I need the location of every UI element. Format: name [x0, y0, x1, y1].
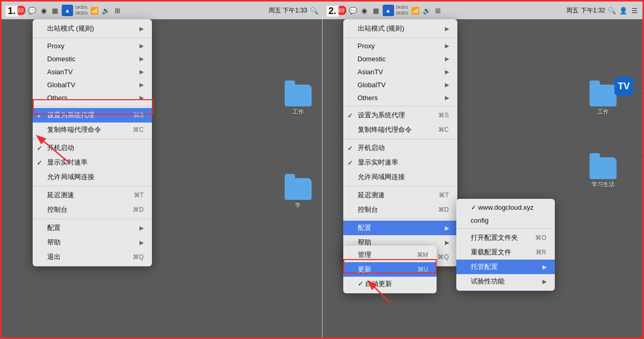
menu-domestic-right[interactable]: Domestic ▶: [343, 52, 457, 65]
shortcut-open-folder: ⌘O: [535, 234, 546, 241]
wechat-icon-right: 💬: [348, 6, 358, 15]
menu-allow-lan-right[interactable]: 允许局域网连接: [343, 170, 457, 184]
label-2: 2.: [327, 6, 339, 17]
folder-shape: [285, 85, 312, 106]
wechat-icon: 💬: [27, 6, 37, 15]
folder-work-left: 工作: [285, 85, 312, 116]
menu-outbound-left[interactable]: 出站模式 (规则) ▶: [33, 21, 152, 36]
shortcut-quit: ⌘Q: [133, 253, 144, 261]
menu-proxy-left[interactable]: Proxy ▶: [33, 39, 152, 52]
menu-proxy-right[interactable]: Proxy ▶: [343, 39, 457, 52]
grid-icon-right: ▦: [371, 6, 381, 15]
menu-set-proxy-left[interactable]: ✓ 设置为系统代理 ⌘S: [33, 108, 152, 123]
menu-outbound-right[interactable]: 出站模式 (规则) ▶: [343, 21, 457, 36]
separator: [33, 186, 152, 186]
check-mark: ✓: [37, 144, 43, 152]
folder-study-right: 学习生活: [590, 157, 617, 188]
folder-label-study-r: 学习生活: [592, 181, 614, 188]
arrow-icon: ▶: [445, 225, 449, 232]
menu-boot-left[interactable]: ✓ 开机启动: [33, 141, 152, 155]
arrow-icon: ▶: [542, 264, 547, 270]
grid2-icon-left: ⊞: [113, 6, 122, 15]
separator: [456, 228, 555, 229]
left-screenshot: 1. 🔔 69 💬 ◉ ▦ ▲ 0KB/s 0KB/s 📶 🔊 ⊞ 周五 下午1…: [2, 2, 323, 337]
shortcut-copy-r: ⌘C: [438, 126, 449, 133]
arrow-icon: ▶: [445, 94, 449, 101]
check-mark: ✓: [347, 144, 353, 152]
menu-others-left[interactable]: Others ▶: [33, 91, 152, 104]
arrow-icon: ▶: [139, 239, 144, 246]
menu-realtime-right[interactable]: ✓ 显示实时速率: [343, 155, 457, 170]
creative-icon: ◉: [39, 6, 48, 15]
search-icon-left[interactable]: 🔍: [310, 6, 319, 15]
arrow-icon: ▶: [139, 82, 144, 88]
menu-asiantv-right[interactable]: AsianTV ▶: [343, 65, 457, 78]
submenu-manage-item[interactable]: 管理 ⌘M: [343, 248, 437, 262]
submenu-open-folder[interactable]: 打开配置文件夹 ⌘O: [456, 230, 555, 245]
dropdown-menu-right: 出站模式 (规则) ▶ Proxy ▶ Domestic ▶ AsianTV ▶…: [343, 19, 457, 266]
grid-icon: ▦: [50, 6, 60, 15]
submenu-config: ✓ www.dogcloud.xyz config 打开配置文件夹 ⌘O 重载配…: [456, 199, 555, 291]
app-icon-left[interactable]: ▲: [62, 5, 73, 16]
arrow-icon: ▶: [139, 225, 144, 232]
shortcut-console: ⌘D: [133, 206, 144, 213]
menu-allow-lan-left[interactable]: 允许局域网连接: [33, 170, 152, 184]
label-1: 1.: [6, 6, 18, 17]
folder-study-left: 学: [285, 178, 312, 209]
folder-shape: [285, 178, 312, 200]
separator: [343, 139, 457, 139]
menu-delay-right[interactable]: 延迟测速 ⌘T: [343, 188, 457, 202]
menu-realtime-left[interactable]: ✓ 显示实时速率: [33, 155, 152, 170]
menu-domestic-left[interactable]: Domestic ▶: [33, 52, 152, 65]
app-icon-right[interactable]: ▲: [383, 5, 394, 16]
submenu-experimental[interactable]: 试验性功能 ▶: [456, 274, 555, 289]
menu-config-left[interactable]: 配置 ▶: [33, 221, 152, 235]
shortcut-console-r: ⌘D: [438, 206, 449, 213]
folder-shape: [590, 157, 617, 179]
menu-set-proxy-right[interactable]: ✓ 设置为系统代理 ⌘S: [343, 108, 457, 123]
arrow-icon: ▶: [445, 56, 449, 62]
shortcut-manage: ⌘M: [417, 251, 428, 259]
menubar-left: 🔔 69 💬 ◉ ▦ ▲ 0KB/s 0KB/s 📶 🔊 ⊞ 周五 下午1:33…: [2, 2, 322, 19]
teamviewer-icon: TV: [614, 77, 633, 96]
menu-console-right[interactable]: 控制台 ⌘D: [343, 202, 457, 217]
separator: [33, 139, 152, 139]
right-screenshot: 2. 🔔 69 💬 ◉ ▦ ▲ 0KB/s 0KB/s 📶 🔊 ⊞ 周五 下午1…: [323, 2, 643, 337]
submenu-managed-config[interactable]: 托管配置 ▶: [456, 260, 555, 274]
search-icon-right[interactable]: 🔍: [607, 6, 617, 15]
menu-quit-left[interactable]: 退出 ⌘Q: [33, 250, 152, 264]
menu-asiantv-left[interactable]: AsianTV ▶: [33, 65, 152, 78]
shortcut-delay: ⌘T: [134, 192, 144, 199]
folder-label-study: 学: [295, 201, 301, 209]
shortcut-delay-r: ⌘T: [439, 192, 449, 199]
menu-others-right[interactable]: Others ▶: [343, 91, 457, 104]
user-icon-right: 👤: [619, 6, 628, 15]
menu-copy-terminal-right[interactable]: 复制终端代理命令 ⌘C: [343, 123, 457, 137]
arrow-icon: ▶: [139, 94, 144, 101]
submenu-config-item[interactable]: config: [456, 214, 555, 227]
arrow-icon: ▶: [542, 278, 547, 285]
menu-globaltv-right[interactable]: GlobalTV ▶: [343, 78, 457, 91]
menu-console-left[interactable]: 控制台 ⌘D: [33, 202, 152, 217]
arrow-icon: ▶: [139, 25, 144, 32]
shortcut-update: ⌘U: [417, 266, 428, 273]
check-mark: ✓: [37, 159, 43, 167]
menu-boot-right[interactable]: ✓ 开机启动: [343, 141, 457, 155]
submenu-reload[interactable]: 重载配置文件 ⌘R: [456, 245, 555, 260]
arrow-icon: ▶: [139, 69, 144, 75]
shortcut-quit-r: ⌘Q: [438, 253, 449, 261]
arrow-icon: ▶: [445, 43, 449, 49]
folder-label-work: 工作: [292, 108, 304, 116]
menu-delay-left[interactable]: 延迟测速 ⌘T: [33, 188, 152, 202]
time-right: 周五 下午1:32: [566, 6, 605, 15]
wifi-icon-right: 📶: [411, 6, 420, 15]
arrow-icon: ▶: [139, 56, 144, 62]
menu-config-right[interactable]: 配置 ▶: [343, 221, 457, 235]
wifi-icon-left: 📶: [90, 6, 99, 15]
submenu-update-item[interactable]: 更新 ⌘U: [343, 262, 437, 277]
menu-copy-terminal-left[interactable]: 复制终端代理命令 ⌘C: [33, 123, 152, 137]
submenu-auto-update[interactable]: ✓ 自动更新: [343, 277, 437, 291]
submenu-dogcloud[interactable]: ✓ www.dogcloud.xyz: [456, 201, 555, 214]
menu-globaltv-left[interactable]: GlobalTV ▶: [33, 78, 152, 91]
menu-help-left[interactable]: 帮助 ▶: [33, 235, 152, 250]
